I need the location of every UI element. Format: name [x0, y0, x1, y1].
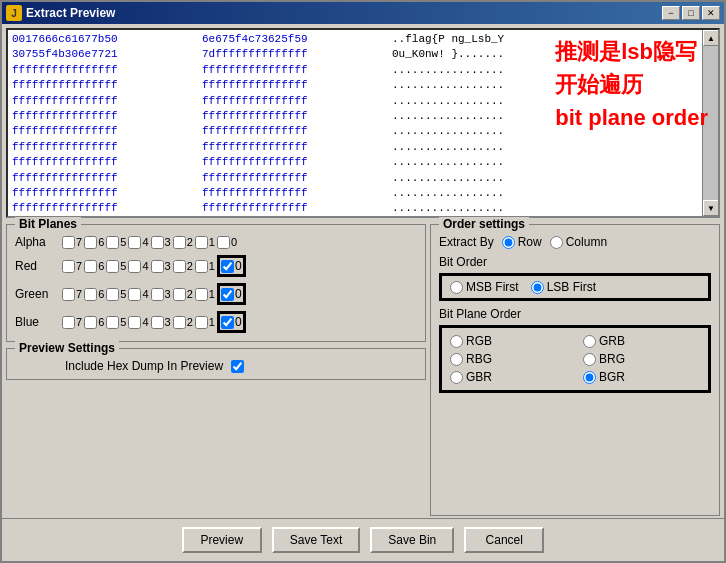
left-panel: Bit Planes Alpha 7 6 5 4 3 2 1 0 — [6, 224, 426, 516]
alpha-bit1[interactable]: 1 — [195, 236, 215, 249]
minimize-button[interactable]: − — [662, 6, 680, 20]
blue-bit3[interactable]: 3 — [151, 316, 171, 329]
order-settings-label: Order settings — [439, 217, 529, 231]
bgr-radio[interactable] — [583, 371, 596, 384]
rbg-radio-label[interactable]: RBG — [450, 352, 567, 366]
bgr-label: BGR — [599, 370, 625, 384]
gbr-radio-label[interactable]: GBR — [450, 370, 567, 384]
include-hex-label: Include Hex Dump In Preview — [65, 359, 223, 373]
blue-bit5[interactable]: 5 — [106, 316, 126, 329]
chinese-line-1: 推测是lsb隐写 — [555, 35, 708, 68]
blue-bit2[interactable]: 2 — [173, 316, 193, 329]
bgr-radio-label[interactable]: BGR — [583, 370, 700, 384]
red-row: Red 7 6 5 4 3 2 1 0 — [15, 255, 417, 277]
maximize-button[interactable]: □ — [682, 6, 700, 20]
alpha-label: Alpha — [15, 235, 60, 249]
green-bit0-highlighted[interactable]: 0 — [217, 283, 246, 305]
column-radio-label[interactable]: Column — [550, 235, 607, 249]
brg-label: BRG — [599, 352, 625, 366]
grb-label: GRB — [599, 334, 625, 348]
row-radio[interactable] — [502, 236, 515, 249]
preview-settings-label: Preview Settings — [15, 341, 119, 355]
red-bit5[interactable]: 5 — [106, 260, 126, 273]
bit-order-label: Bit Order — [439, 255, 487, 269]
app-icon: J — [6, 5, 22, 21]
hex-preview-area: 0017666c61677b50 30755f4b306e7721 ffffff… — [6, 28, 720, 218]
blue-bit7[interactable]: 7 — [62, 316, 82, 329]
rbg-label: RBG — [466, 352, 492, 366]
include-hex-checkbox[interactable] — [231, 360, 244, 373]
title-bar-left: J Extract Preview — [6, 5, 115, 21]
bottom-panel: Bit Planes Alpha 7 6 5 4 3 2 1 0 — [2, 222, 724, 518]
order-settings-group: Order settings Extract By Row Column — [430, 224, 720, 516]
blue-bit6[interactable]: 6 — [84, 316, 104, 329]
title-bar: J Extract Preview − □ ✕ — [2, 2, 724, 24]
msb-radio[interactable] — [450, 281, 463, 294]
alpha-bit4[interactable]: 4 — [128, 236, 148, 249]
row-radio-label[interactable]: Row — [502, 235, 542, 249]
bit-plane-order-box: RGB GRB RBG BRG — [439, 325, 711, 393]
green-bit6[interactable]: 6 — [84, 288, 104, 301]
green-bit5[interactable]: 5 — [106, 288, 126, 301]
bit-plane-order-label: Bit Plane Order — [439, 307, 521, 321]
lsb-label: LSB First — [547, 280, 596, 294]
grb-radio-label[interactable]: GRB — [583, 334, 700, 348]
blue-bit1[interactable]: 1 — [195, 316, 215, 329]
green-bit2[interactable]: 2 — [173, 288, 193, 301]
chinese-line-2: 开始遍历 — [555, 68, 708, 101]
chinese-line-3: bit plane order — [555, 101, 708, 134]
lsb-radio[interactable] — [531, 281, 544, 294]
scroll-down-button[interactable]: ▼ — [703, 200, 719, 216]
rgb-radio[interactable] — [450, 335, 463, 348]
right-panel: Order settings Extract By Row Column — [430, 224, 720, 516]
grb-radio[interactable] — [583, 335, 596, 348]
brg-radio-label[interactable]: BRG — [583, 352, 700, 366]
blue-bit0-highlighted[interactable]: 0 — [217, 311, 246, 333]
rgb-radio-label[interactable]: RGB — [450, 334, 567, 348]
red-bit6[interactable]: 6 — [84, 260, 104, 273]
hex-column-3: ..flag{P ng_Lsb_Y 0u_K0nw! }....... ....… — [388, 30, 528, 216]
green-bit3[interactable]: 3 — [151, 288, 171, 301]
alpha-bit0[interactable]: 0 — [217, 236, 237, 249]
alpha-bit7[interactable]: 7 — [62, 236, 82, 249]
red-bit3[interactable]: 3 — [151, 260, 171, 273]
rbg-radio[interactable] — [450, 353, 463, 366]
extract-by-row: Extract By Row Column — [439, 235, 711, 249]
lsb-radio-label[interactable]: LSB First — [531, 280, 596, 294]
title-bar-controls: − □ ✕ — [662, 6, 720, 20]
button-row: Preview Save Text Save Bin Cancel — [2, 518, 724, 561]
row-label: Row — [518, 235, 542, 249]
red-bit2[interactable]: 2 — [173, 260, 193, 273]
alpha-bit5[interactable]: 5 — [106, 236, 126, 249]
green-bit7[interactable]: 7 — [62, 288, 82, 301]
alpha-bit3[interactable]: 3 — [151, 236, 171, 249]
save-bin-button[interactable]: Save Bin — [370, 527, 454, 553]
close-button[interactable]: ✕ — [702, 6, 720, 20]
rgb-label: RGB — [466, 334, 492, 348]
alpha-bit6[interactable]: 6 — [84, 236, 104, 249]
content-area: 0017666c61677b50 30755f4b306e7721 ffffff… — [2, 24, 724, 561]
cancel-button[interactable]: Cancel — [464, 527, 544, 553]
column-label: Column — [566, 235, 607, 249]
msb-radio-label[interactable]: MSB First — [450, 280, 519, 294]
green-label: Green — [15, 287, 60, 301]
blue-bit4[interactable]: 4 — [128, 316, 148, 329]
alpha-bit2[interactable]: 2 — [173, 236, 193, 249]
bit-planes-label: Bit Planes — [15, 217, 81, 231]
brg-radio[interactable] — [583, 353, 596, 366]
green-row: Green 7 6 5 4 3 2 1 0 — [15, 283, 417, 305]
column-radio[interactable] — [550, 236, 563, 249]
red-bit7[interactable]: 7 — [62, 260, 82, 273]
gbr-radio[interactable] — [450, 371, 463, 384]
red-bit4[interactable]: 4 — [128, 260, 148, 273]
bit-planes-group: Bit Planes Alpha 7 6 5 4 3 2 1 0 — [6, 224, 426, 342]
red-bit0-highlighted[interactable]: 0 — [217, 255, 246, 277]
preview-button[interactable]: Preview — [182, 527, 262, 553]
save-text-button[interactable]: Save Text — [272, 527, 360, 553]
green-bit1[interactable]: 1 — [195, 288, 215, 301]
green-bit4[interactable]: 4 — [128, 288, 148, 301]
include-hex-row: Include Hex Dump In Preview — [15, 359, 417, 373]
bit-order-label-row: Bit Order — [439, 255, 711, 269]
main-window: J Extract Preview − □ ✕ 0017666c61677b50… — [0, 0, 726, 563]
red-bit1[interactable]: 1 — [195, 260, 215, 273]
